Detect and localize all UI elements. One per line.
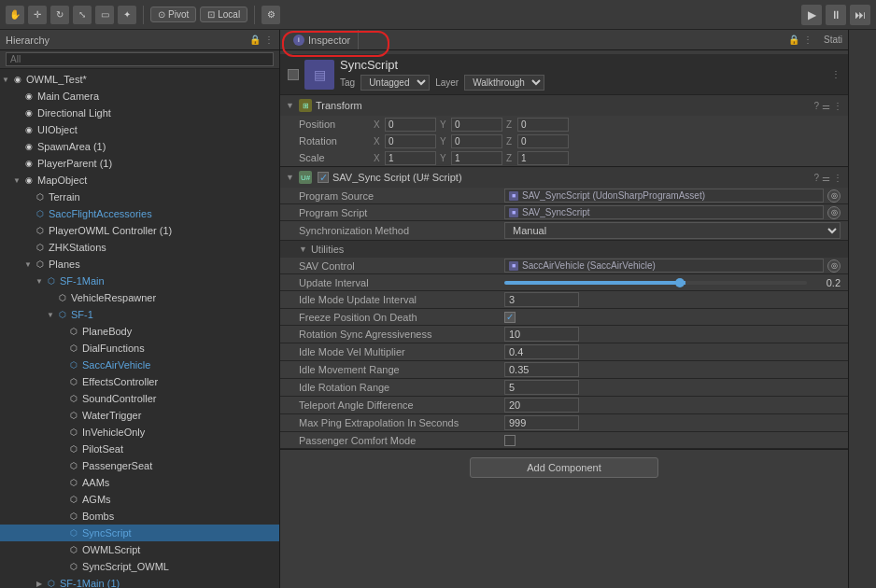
tree-item-main_camera[interactable]: ◉ Main Camera bbox=[0, 88, 279, 105]
tree-item-player_parent[interactable]: ◉ PlayerParent (1) bbox=[0, 155, 279, 172]
tree-item-map_object[interactable]: ▼ ◉ MapObject bbox=[0, 172, 279, 189]
lock-icon-inspector[interactable]: 🔒 bbox=[788, 35, 799, 45]
idle-movement-input[interactable] bbox=[504, 362, 579, 377]
max-ping-input[interactable] bbox=[504, 415, 579, 430]
scale-y-input[interactable] bbox=[451, 151, 502, 165]
tree-icon-zhk_stations: ⬡ bbox=[34, 241, 47, 254]
program-source-picker[interactable]: ◎ bbox=[827, 189, 841, 203]
tree-item-terrain[interactable]: ⬡ Terrain bbox=[0, 189, 279, 205]
lock-icon[interactable]: 🔒 bbox=[249, 35, 261, 45]
tree-item-spawn_area[interactable]: ◉ SpawnArea (1) bbox=[0, 138, 279, 155]
pivot-button[interactable]: ⊙ Pivot bbox=[150, 7, 196, 22]
obj-more-icon[interactable]: ⋮ bbox=[831, 69, 841, 79]
toolbar-icon-rotate[interactable]: ↻ bbox=[50, 6, 69, 24]
step-button[interactable]: ⏭ bbox=[850, 5, 870, 25]
rotation-sync-input[interactable] bbox=[504, 327, 579, 342]
menu-icon-inspector[interactable]: ⋮ bbox=[803, 35, 812, 45]
utilities-header[interactable]: ▼ Utilities bbox=[280, 241, 848, 258]
tree-item-planes[interactable]: ▼ ⬡ Planes bbox=[0, 256, 279, 273]
program-script-value[interactable]: ■ SAV_SyncScript bbox=[504, 205, 824, 219]
update-interval-slider[interactable] bbox=[504, 281, 807, 285]
savsync-settings-icon[interactable]: ⚌ bbox=[822, 173, 830, 183]
program-source-value[interactable]: ■ SAV_SyncScript (UdonSharpProgramAsset) bbox=[504, 189, 824, 203]
idle-vel-input[interactable] bbox=[504, 344, 579, 359]
play-button[interactable]: ▶ bbox=[801, 5, 822, 25]
inspector-content[interactable]: ▤ SyncScript Tag Untagged Layer Walkthro… bbox=[280, 50, 848, 588]
tree-item-owml_test[interactable]: ▼ ◉ OWML_Test* bbox=[0, 71, 279, 88]
rotation-z-input[interactable] bbox=[517, 134, 569, 148]
tag-select[interactable]: Untagged bbox=[360, 75, 430, 91]
position-x-field: X bbox=[374, 118, 436, 132]
tree-item-sound_ctrl[interactable]: ⬡ SoundController bbox=[0, 390, 279, 407]
tree-item-pilot_seat[interactable]: ⬡ PilotSeat bbox=[0, 441, 279, 457]
layer-select[interactable]: Walkthrough bbox=[464, 75, 544, 91]
teleport-angle-input[interactable] bbox=[504, 398, 579, 413]
search-input[interactable] bbox=[6, 52, 274, 66]
tree-item-dir_light[interactable]: ◉ Directional Light bbox=[0, 105, 279, 121]
idle-rotation-input[interactable] bbox=[504, 380, 579, 395]
tree-item-sacc_air_vehicle[interactable]: ⬡ SaccAirVehicle bbox=[0, 357, 279, 373]
toolbar-icon-transform[interactable]: ✦ bbox=[118, 6, 136, 24]
sav-control-value[interactable]: ■ SaccAirVehicle (SaccAirVehicle) bbox=[504, 259, 824, 273]
program-script-picker[interactable]: ◎ bbox=[827, 206, 841, 219]
passenger-comfort-checkbox[interactable] bbox=[504, 435, 516, 446]
toolbar-icon-move[interactable]: ✛ bbox=[28, 6, 47, 24]
tree-item-owml_script[interactable]: ⬡ OWMLScript bbox=[0, 541, 279, 558]
transform-header[interactable]: ▼ ⊞ Transform ? ⚌ ⋮ bbox=[280, 95, 848, 116]
tree-item-sf1main[interactable]: ▼ ⬡ SF-1Main bbox=[0, 273, 279, 289]
object-active-checkbox[interactable] bbox=[288, 69, 299, 80]
idle-mode-input[interactable] bbox=[504, 292, 579, 307]
tree-item-sacc_flight[interactable]: ⬡ SaccFlightAccessories bbox=[0, 205, 279, 222]
tree-item-aams[interactable]: ⬡ AAMs bbox=[0, 474, 279, 491]
toolbar-icon-hand[interactable]: ✋ bbox=[6, 6, 24, 24]
sav-control-picker[interactable]: ◎ bbox=[827, 259, 841, 273]
tree-item-invehicle_only[interactable]: ⬡ InVehicleOnly bbox=[0, 424, 279, 441]
savsync-header[interactable]: ▼ U# ✓ SAV_Sync Script (U# Script) ? ⚌ ⋮ bbox=[280, 167, 848, 188]
position-z-input[interactable] bbox=[517, 118, 569, 132]
sync-method-select[interactable]: Manual bbox=[504, 222, 841, 239]
tree-item-sf1[interactable]: ▼ ⬡ SF-1 bbox=[0, 306, 279, 323]
hierarchy-panel: Hierarchy 🔒 ⋮ ▼ ◉ OWML_Test* ◉ Main Came… bbox=[0, 30, 280, 588]
savsync-more-icon[interactable]: ⋮ bbox=[833, 173, 842, 183]
tree-item-water_trigger[interactable]: ⬡ WaterTrigger bbox=[0, 407, 279, 424]
tree-item-dial_functions[interactable]: ⬡ DialFunctions bbox=[0, 340, 279, 357]
position-y-input[interactable] bbox=[451, 118, 502, 132]
menu-icon[interactable]: ⋮ bbox=[264, 35, 274, 45]
rotation-x-input[interactable] bbox=[385, 134, 436, 148]
tree-item-sync_script[interactable]: ⬡ SyncScript bbox=[0, 525, 279, 541]
tree-item-vehicle_respawner[interactable]: ⬡ VehicleRespawner bbox=[0, 289, 279, 306]
transform-more-icon[interactable]: ⋮ bbox=[833, 101, 842, 111]
pause-button[interactable]: ⏸ bbox=[826, 5, 846, 25]
tree-item-effects_ctrl[interactable]: ⬡ EffectsController bbox=[0, 373, 279, 390]
toolbar-icon-scale[interactable]: ⤡ bbox=[73, 6, 92, 24]
scale-x-input[interactable] bbox=[385, 151, 436, 165]
tree-item-plane_body[interactable]: ⬡ PlaneBody bbox=[0, 323, 279, 340]
hierarchy-tree[interactable]: ▼ ◉ OWML_Test* ◉ Main Camera ◉ Direction… bbox=[0, 69, 279, 588]
tree-item-ui_obj[interactable]: ◉ UIObject bbox=[0, 121, 279, 138]
tree-item-sync_script_owml[interactable]: ⬡ SyncScript_OWML bbox=[0, 558, 279, 575]
tree-label-planes: Planes bbox=[49, 259, 80, 270]
tree-icon-bombs: ⬡ bbox=[67, 510, 80, 523]
toolbar-icon-rect[interactable]: ▭ bbox=[95, 6, 114, 24]
tree-item-zhk_stations[interactable]: ⬡ ZHKStations bbox=[0, 239, 279, 256]
scale-z-input[interactable] bbox=[517, 151, 569, 165]
rotation-y-input[interactable] bbox=[451, 134, 502, 148]
freeze-pos-checkbox[interactable]: ✓ bbox=[504, 312, 516, 323]
tree-label-sf1main_1: SF-1Main (1) bbox=[60, 578, 120, 588]
tree-item-agms[interactable]: ⬡ AGMs bbox=[0, 491, 279, 508]
transform-settings-icon[interactable]: ⚌ bbox=[822, 101, 830, 111]
rot-z-label: Z bbox=[506, 136, 516, 147]
tree-item-sf1main_1[interactable]: ▶ ⬡ SF-1Main (1) bbox=[0, 575, 279, 588]
rotation-row: Rotation X Y Z bbox=[280, 133, 848, 149]
tree-item-player_owml[interactable]: ⬡ PlayerOWML Controller (1) bbox=[0, 222, 279, 239]
inspector-tab[interactable]: i Inspector bbox=[286, 30, 359, 49]
local-button[interactable]: ⊡ Local bbox=[200, 7, 247, 22]
add-component-button[interactable]: Add Component bbox=[470, 457, 658, 478]
toolbar-icon-extra[interactable]: ⚙ bbox=[261, 6, 280, 24]
tree-item-passenger_seat[interactable]: ⬡ PassengerSeat bbox=[0, 457, 279, 474]
tree-item-bombs[interactable]: ⬡ Bombs bbox=[0, 508, 279, 525]
savsync-active-checkbox[interactable]: ✓ bbox=[318, 172, 329, 183]
savsync-help-icon[interactable]: ? bbox=[813, 173, 819, 183]
position-x-input[interactable] bbox=[385, 118, 436, 132]
transform-help-icon[interactable]: ? bbox=[813, 101, 819, 111]
